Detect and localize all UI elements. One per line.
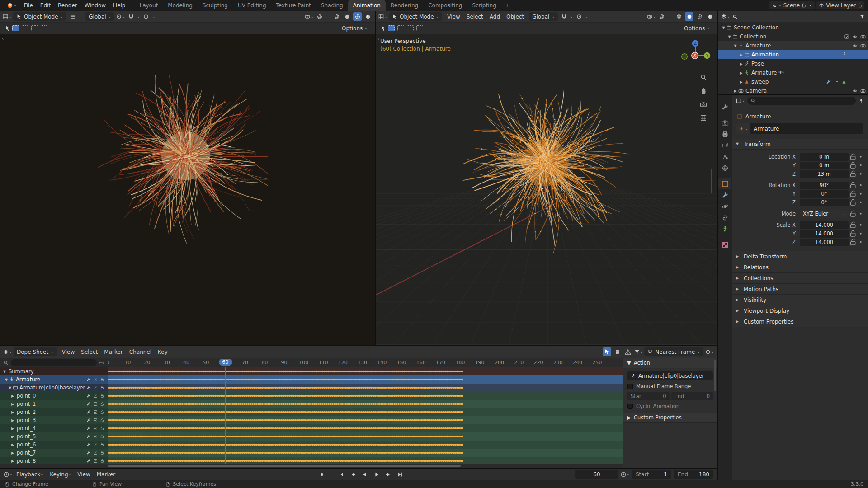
menu-playback[interactable]: Playback⌄: [13, 469, 47, 480]
menu-render[interactable]: Render: [54, 0, 81, 11]
disable-render-icon[interactable]: [860, 88, 866, 94]
menu-object[interactable]: Object: [503, 11, 527, 22]
keyframe-strip[interactable]: [108, 384, 463, 392]
blender-logo-menu[interactable]: ⌄: [3, 0, 20, 11]
collapse-icon[interactable]: ▼: [721, 26, 726, 30]
channel-row-armature[interactable]: ▼Armature: [0, 375, 623, 384]
properties-tab-texture[interactable]: [718, 239, 731, 250]
shading-material-icon[interactable]: [695, 12, 704, 21]
collapse-icon[interactable]: ▼: [4, 378, 9, 382]
channel-lock-icon[interactable]: [100, 394, 104, 398]
collapse-icon[interactable]: ▼: [7, 386, 13, 390]
navigation-gizmo[interactable]: ZYX: [679, 38, 712, 71]
panel-header-viewport-display[interactable]: ▶Viewport Display: [732, 305, 868, 316]
viewport-right-canvas[interactable]: ‹ User Perspective (60) Collection | Arm…: [376, 34, 717, 345]
runner-icon[interactable]: [841, 52, 847, 57]
channel-enable-checkbox[interactable]: [93, 459, 98, 463]
current-frame-field[interactable]: 60: [575, 470, 618, 479]
channel-name-cell[interactable]: ▼Armature|clip0|baselayer: [0, 384, 108, 392]
expand-icon[interactable]: ▶: [10, 418, 15, 422]
lock-icon[interactable]: [849, 221, 857, 229]
show-hidden-icon[interactable]: [613, 347, 622, 356]
channel-enable-checkbox[interactable]: [93, 410, 98, 414]
channel-lock-icon[interactable]: [100, 402, 104, 406]
panel-header-custom-properties[interactable]: ▶Custom Properties: [732, 316, 868, 327]
menu-key[interactable]: Key: [155, 346, 171, 358]
channel-lock-icon[interactable]: [100, 434, 104, 439]
mode-dropdown[interactable]: Object Mode⌄: [389, 12, 442, 21]
channel-row-point-1[interactable]: ▶point_1: [0, 400, 623, 408]
new-view-layer-icon[interactable]: [858, 3, 862, 8]
options-dropdown[interactable]: Options⌄: [681, 24, 712, 33]
expand-icon[interactable]: ▶: [10, 410, 15, 414]
menu-view[interactable]: View: [59, 346, 78, 358]
region-expand-arrow[interactable]: ‹: [2, 36, 4, 42]
outliner-row-collection[interactable]: ▼Collection: [718, 32, 868, 41]
lock-icon[interactable]: [849, 152, 857, 161]
properties-tab-scene[interactable]: [718, 151, 731, 162]
hide-viewport-icon[interactable]: [852, 34, 858, 39]
menu-window[interactable]: Window: [81, 0, 109, 11]
outliner-row-pose[interactable]: ▶Pose: [718, 59, 868, 68]
outliner-row-scene-collection[interactable]: ▼Scene Collection: [718, 23, 868, 32]
proportional-edit-icon[interactable]: [142, 12, 151, 21]
play-button[interactable]: [371, 470, 382, 479]
shading-material-icon[interactable]: [353, 12, 362, 21]
frame-start-field[interactable]: Start1: [632, 470, 671, 479]
panel-header-collections[interactable]: ▶Collections: [732, 273, 868, 284]
lock-icon[interactable]: [849, 229, 857, 238]
hide-viewport-icon[interactable]: [852, 88, 858, 94]
channel-search-input[interactable]: [11, 359, 97, 366]
field-z[interactable]: 0°: [800, 199, 849, 206]
frame-end-field[interactable]: End180: [674, 470, 713, 479]
channel-row-point-7[interactable]: ▶point_7: [0, 449, 623, 457]
viewport-left-canvas[interactable]: ‹: [0, 34, 375, 345]
expand-channels-icon[interactable]: [99, 360, 104, 366]
workspace-tab-modeling[interactable]: Modeling: [163, 0, 198, 11]
properties-tab-tool[interactable]: [718, 101, 731, 113]
channel-enable-checkbox[interactable]: [93, 394, 98, 398]
keyframe-strip[interactable]: [108, 424, 463, 432]
outliner-search-icon[interactable]: [732, 14, 738, 19]
menu-view[interactable]: View: [74, 469, 93, 480]
animate-dot-icon[interactable]: [857, 221, 864, 229]
expand-icon[interactable]: ▶: [732, 89, 738, 93]
lock-icon[interactable]: [849, 161, 857, 169]
menu-add[interactable]: Add: [486, 11, 503, 22]
channel-lock-icon[interactable]: [100, 426, 104, 431]
pivot-point-icon[interactable]: ⌄: [116, 12, 125, 21]
select-mode-lasso[interactable]: [41, 25, 47, 31]
channel-lock-icon[interactable]: [100, 410, 104, 414]
select-mode-circle[interactable]: [407, 25, 414, 31]
action-name-field[interactable]: Armature|clip0|baselayer: [627, 371, 713, 380]
channel-modifier-icon[interactable]: [86, 377, 91, 382]
channel-enable-checkbox[interactable]: [93, 418, 98, 422]
only-errors-icon[interactable]: [623, 347, 632, 356]
action-start-field[interactable]: Start0: [627, 392, 670, 400]
editor-type-icon[interactable]: ⌄: [378, 12, 387, 21]
channel-row-summary[interactable]: ▼Summary: [0, 367, 623, 375]
animate-dot-icon[interactable]: [857, 210, 864, 217]
overlays-icon[interactable]: ⌄: [305, 12, 313, 21]
checkbox[interactable]: [627, 384, 633, 389]
snap-mode-dropdown[interactable]: Nearest Frame⌄: [644, 347, 703, 356]
play-reverse-button[interactable]: [359, 470, 370, 479]
new-scene-icon[interactable]: [802, 3, 806, 8]
keyframe-strip[interactable]: [108, 367, 463, 375]
lock-icon[interactable]: [849, 209, 857, 218]
lock-icon[interactable]: [849, 189, 857, 198]
expand-icon[interactable]: ▶: [738, 62, 744, 66]
custom-properties-panel-header[interactable]: ▶Custom Properties: [623, 413, 717, 423]
animate-dot-icon[interactable]: [857, 162, 864, 169]
orientation-dropdown[interactable]: Global⌄: [529, 12, 558, 21]
channel-modifier-icon[interactable]: [86, 442, 91, 447]
keyframe-strip[interactable]: [108, 400, 463, 408]
hide-viewport-icon[interactable]: [852, 43, 858, 48]
shading-wireframe-icon[interactable]: [675, 12, 683, 21]
animate-dot-icon[interactable]: [857, 190, 864, 197]
expand-icon[interactable]: ▶: [738, 71, 744, 75]
channel-modifier-icon[interactable]: [86, 410, 91, 414]
channel-name-cell[interactable]: ▶point_3: [0, 416, 108, 424]
filter-icon[interactable]: ⌄: [634, 347, 642, 356]
channel-modifier-icon[interactable]: [86, 394, 91, 398]
